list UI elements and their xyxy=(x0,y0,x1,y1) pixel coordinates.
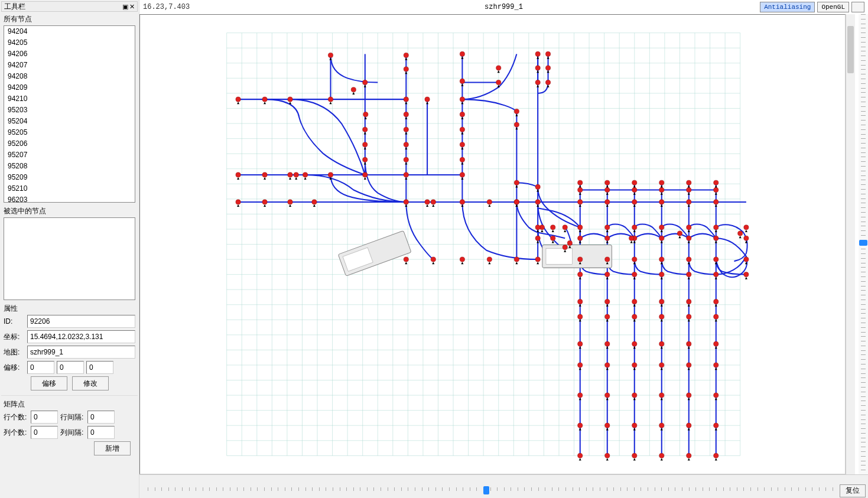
map-node[interactable] xyxy=(535,200,540,204)
map-node[interactable] xyxy=(687,200,691,204)
map-node[interactable] xyxy=(236,200,240,204)
map-node[interactable] xyxy=(605,272,610,277)
map-node[interactable] xyxy=(514,257,519,262)
map-node[interactable] xyxy=(687,236,691,240)
map-node[interactable] xyxy=(578,180,583,185)
map-node[interactable] xyxy=(605,200,610,204)
map-node[interactable] xyxy=(578,393,583,398)
map-node[interactable] xyxy=(328,97,333,102)
map-node[interactable] xyxy=(659,272,664,277)
map-node[interactable] xyxy=(425,97,430,102)
map-node[interactable] xyxy=(535,51,540,56)
close-icon[interactable]: ✕ xyxy=(129,4,135,10)
map-node[interactable] xyxy=(404,200,408,204)
map-node[interactable] xyxy=(262,97,267,102)
map-node[interactable] xyxy=(460,200,464,204)
map-node[interactable] xyxy=(659,363,664,367)
map-node[interactable] xyxy=(659,257,664,262)
map-node[interactable] xyxy=(262,172,267,177)
map-node[interactable] xyxy=(431,200,435,204)
node-list-item[interactable]: 95209 xyxy=(4,172,135,183)
opengl-button[interactable]: OpenGL xyxy=(817,2,849,12)
map-node[interactable] xyxy=(578,314,583,319)
map-node[interactable] xyxy=(460,172,464,177)
row-count-input[interactable] xyxy=(31,411,58,424)
map-node[interactable] xyxy=(460,51,464,56)
map-node[interactable] xyxy=(404,97,408,102)
horizontal-scrollbar[interactable] xyxy=(139,474,868,484)
row-gap-input[interactable] xyxy=(87,411,115,424)
map-node[interactable] xyxy=(632,187,637,192)
map-node[interactable] xyxy=(687,225,691,230)
id-input[interactable] xyxy=(27,315,135,328)
zoom-horizontal-slider[interactable] xyxy=(143,486,837,496)
map-node[interactable] xyxy=(351,87,356,92)
map-node[interactable] xyxy=(514,109,519,113)
map-node[interactable] xyxy=(744,236,749,240)
map-node[interactable] xyxy=(629,236,634,240)
map-node[interactable] xyxy=(545,80,550,84)
map-node[interactable] xyxy=(563,245,567,250)
map-node[interactable] xyxy=(363,172,368,177)
map-node[interactable] xyxy=(288,97,292,102)
map-node[interactable] xyxy=(535,236,540,240)
map-input[interactable] xyxy=(27,346,135,359)
map-node[interactable] xyxy=(605,225,610,230)
map-node[interactable] xyxy=(404,53,408,57)
map-node[interactable] xyxy=(567,240,572,245)
antialiasing-button[interactable]: Antialiasing xyxy=(760,2,815,12)
offset-z-input[interactable] xyxy=(86,361,113,374)
map-node[interactable] xyxy=(659,341,664,346)
map-node[interactable] xyxy=(605,236,610,240)
map-node[interactable] xyxy=(714,393,719,398)
map-node[interactable] xyxy=(545,66,550,70)
node-list-item[interactable]: 94209 xyxy=(4,82,135,93)
map-node[interactable] xyxy=(496,80,501,84)
map-node[interactable] xyxy=(460,157,464,162)
map-node[interactable] xyxy=(236,97,240,102)
map-node[interactable] xyxy=(714,300,719,304)
map-node[interactable] xyxy=(288,172,292,177)
map-node[interactable] xyxy=(714,257,719,262)
map-node[interactable] xyxy=(687,314,691,319)
node-list[interactable]: 9420494205942069420794208942099421095203… xyxy=(4,25,135,203)
node-list-item[interactable]: 94210 xyxy=(4,93,135,105)
map-node[interactable] xyxy=(514,122,519,127)
map-node[interactable] xyxy=(687,393,691,398)
map-node[interactable] xyxy=(551,236,555,240)
map-node[interactable] xyxy=(578,257,583,262)
map-node[interactable] xyxy=(487,200,492,204)
map-node[interactable] xyxy=(460,127,464,132)
map-node[interactable] xyxy=(404,127,408,132)
col-gap-input[interactable] xyxy=(87,426,115,439)
map-node[interactable] xyxy=(659,423,664,428)
map-canvas[interactable] xyxy=(139,14,846,474)
map-node[interactable] xyxy=(632,363,637,367)
map-node[interactable] xyxy=(578,225,583,230)
modify-button[interactable]: 修改 xyxy=(72,376,109,390)
map-node[interactable] xyxy=(632,341,637,346)
map-node[interactable] xyxy=(632,257,637,262)
map-node[interactable] xyxy=(632,272,637,277)
map-node[interactable] xyxy=(551,225,555,230)
map-node[interactable] xyxy=(687,341,691,346)
map-node[interactable] xyxy=(714,187,719,192)
map-node[interactable] xyxy=(605,341,610,346)
offset-y-input[interactable] xyxy=(57,361,84,374)
map-node[interactable] xyxy=(404,257,408,262)
map-node[interactable] xyxy=(328,172,333,177)
map-node[interactable] xyxy=(659,187,664,192)
map-node[interactable] xyxy=(262,200,267,204)
map-node[interactable] xyxy=(632,300,637,304)
node-list-item[interactable]: 95204 xyxy=(4,116,135,127)
map-node[interactable] xyxy=(605,257,610,262)
map-node[interactable] xyxy=(578,236,583,240)
map-node[interactable] xyxy=(545,51,550,56)
map-node[interactable] xyxy=(744,225,749,230)
offset-x-input[interactable] xyxy=(27,361,54,374)
map-node[interactable] xyxy=(363,142,368,147)
map-node[interactable] xyxy=(659,314,664,319)
map-node[interactable] xyxy=(431,257,435,262)
map-node[interactable] xyxy=(460,142,464,147)
map-node[interactable] xyxy=(605,363,610,367)
